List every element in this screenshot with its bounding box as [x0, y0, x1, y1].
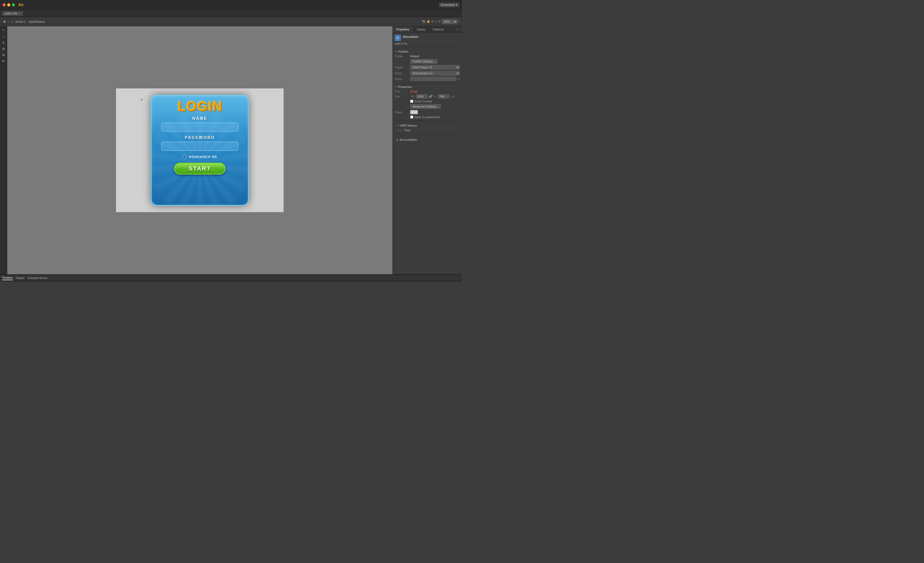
minimize-button[interactable] — [7, 3, 10, 6]
home-tool[interactable]: ⌂ — [1, 33, 6, 39]
publish-header[interactable]: ▼ Publish — [395, 50, 460, 53]
remember-row: REMEMBER ME — [182, 154, 218, 159]
grid-tool[interactable]: ⊞ — [1, 46, 6, 52]
profile-label: Profile: — [395, 55, 410, 58]
login-panel: LOGIN NAME PASSWORD REMEMBER ME START — [151, 95, 249, 206]
fps-value: 24.00 — [410, 90, 417, 93]
swf-history-header[interactable]: ▼ SWF History — [397, 124, 458, 127]
stage: + LOGIN NAME PASSWORD REMEMBER ME START — [116, 88, 284, 212]
select-tool[interactable]: ↖ — [1, 27, 6, 33]
clear-button[interactable]: Clear — [404, 129, 411, 132]
breadcrumb-separator: › — [27, 20, 28, 23]
swf-history-label: SWF History — [400, 124, 417, 127]
class-row: Class: ✏ — [395, 77, 460, 81]
tab-library[interactable]: Library — [413, 26, 429, 33]
target-label: Target: — [395, 66, 410, 69]
publish-arrow: ▼ — [395, 50, 397, 53]
settings-tool[interactable]: ⚙ — [1, 52, 6, 58]
tab-compiler-errors[interactable]: Compiler Errors — [27, 276, 47, 280]
accessibility-header[interactable]: ▶ Accessibility — [397, 138, 458, 141]
apply-pasteboard-checkbox[interactable] — [410, 115, 413, 118]
timeline-tabs: Timeline Output Compiler Errors — [0, 275, 462, 281]
password-input[interactable] — [161, 142, 238, 151]
file-tab[interactable]: pattern.fla × — [2, 11, 23, 16]
w-label: W: — [411, 95, 415, 98]
scale-content-label: Scale Content — [414, 100, 432, 103]
script-row: Script: ActionScript 3.0 — [395, 71, 460, 76]
properties-section: ▼ Properties FPS: 24.00 Size: W: 🔗 H: px — [395, 85, 460, 118]
publish-label: Publish — [398, 50, 408, 53]
accessibility-label: Accessibility — [400, 138, 417, 141]
panel-menu-icon[interactable]: ☰ — [456, 28, 458, 31]
properties-tabs: Properties Library FlashLib. ☰ × — [393, 26, 462, 33]
zoom-select[interactable]: 80% 100% 50% — [442, 19, 458, 24]
swf-history-section: ▼ SWF History Log Clear — [395, 123, 460, 133]
scale-content-checkbox[interactable] — [410, 100, 413, 103]
panel-close-icon[interactable]: × — [459, 28, 460, 31]
stage-color-swatch[interactable] — [410, 110, 418, 114]
size-label: Size: — [395, 95, 410, 98]
publish-settings-button[interactable]: Publish Settings... — [410, 59, 438, 64]
log-button[interactable]: Log — [397, 129, 401, 132]
script-select[interactable]: ActionScript 3.0 — [410, 71, 460, 76]
start-label: START — [189, 165, 211, 172]
properties-arrow: ▼ — [395, 85, 397, 88]
fullscreen-button[interactable] — [12, 3, 15, 6]
left-toolbar: ↖ ⌂ ℹ ⊞ ⚙ 👁 — [0, 26, 7, 274]
stage-background: + LOGIN NAME PASSWORD REMEMBER ME START — [7, 26, 392, 274]
advanced-settings-button[interactable]: Advanced Settings... — [410, 104, 441, 109]
fps-label: FPS: — [395, 90, 410, 93]
tab-properties[interactable]: Properties — [393, 26, 413, 33]
info-tool[interactable]: ℹ — [1, 40, 6, 45]
size-row: Size: W: 🔗 H: px — [395, 94, 460, 99]
camera-icon: 📷 — [422, 20, 426, 23]
target-select[interactable]: Flash Player 23 — [410, 65, 460, 70]
name-input[interactable] — [161, 123, 238, 132]
name-label: NAME — [192, 116, 207, 121]
properties-header[interactable]: ▼ Properties — [395, 85, 460, 88]
traffic-lights — [3, 3, 15, 6]
fps-row: FPS: 24.00 — [395, 90, 460, 93]
advanced-settings-row: Advanced Settings... — [395, 104, 460, 109]
class-input[interactable] — [410, 77, 457, 81]
target-row: Target: Flash Player 23 — [395, 65, 460, 70]
width-input[interactable] — [416, 94, 428, 99]
properties-section-label: Properties — [398, 85, 412, 88]
link-icon[interactable]: 🔗 — [429, 94, 433, 98]
publish-section: ▼ Publish Profile: Default Publish Setti… — [395, 50, 460, 81]
tab-label: pattern.fla — [4, 12, 17, 15]
start-button[interactable]: START — [174, 163, 226, 175]
publish-settings-row: Publish Settings... — [395, 59, 460, 64]
eye-tool[interactable]: 👁 — [1, 58, 6, 64]
toolbar: ◀ | ⌂ Scene 1 › loginWindow 📷 ✋ ⊞ ✂ 👁 80… — [0, 17, 462, 26]
main-layout: ↖ ⌂ ℹ ⊞ ⚙ 👁 + LOGIN NAME PASSWORD — [0, 26, 462, 274]
script-label: Script: — [395, 72, 410, 75]
apply-pasteboard-row: Apply to pasteboard — [395, 115, 460, 118]
tab-timeline[interactable]: Timeline — [2, 276, 13, 280]
grid-icon: ⊞ — [431, 20, 434, 23]
accessibility-arrow: ▶ — [397, 138, 399, 141]
tab-flashlib[interactable]: FlashLib. — [429, 26, 448, 33]
canvas-area: + LOGIN NAME PASSWORD REMEMBER ME START — [7, 26, 392, 274]
right-panel: Properties Library FlashLib. ☰ × D Docum… — [392, 26, 462, 274]
titlebar: An Essentials ▾ — [0, 0, 462, 10]
profile-value: Default — [410, 55, 419, 58]
back-button[interactable]: ◀ — [2, 19, 6, 24]
symbol-label[interactable]: loginWindow — [28, 20, 45, 23]
document-label: Document — [403, 35, 418, 39]
essentials-button[interactable]: Essentials ▾ — [439, 3, 459, 7]
bottom-area: Timeline Output Compiler Errors 1 5 10 1… — [0, 274, 462, 282]
height-input[interactable] — [438, 94, 450, 99]
login-title: LOGIN — [177, 98, 222, 114]
close-button[interactable] — [3, 3, 6, 6]
swf-arrow: ▼ — [397, 124, 399, 127]
h-label: H: — [434, 95, 436, 98]
tab-close-icon[interactable]: × — [19, 12, 20, 15]
class-edit-icon[interactable]: ✏ — [458, 77, 460, 81]
breadcrumb: Scene 1 › loginWindow — [15, 20, 45, 23]
remember-checkbox[interactable] — [182, 154, 187, 159]
profile-row: Profile: Default — [395, 55, 460, 58]
tab-output[interactable]: Output — [16, 276, 24, 280]
scene-label[interactable]: Scene 1 — [15, 20, 26, 23]
divider-3 — [395, 121, 460, 121]
